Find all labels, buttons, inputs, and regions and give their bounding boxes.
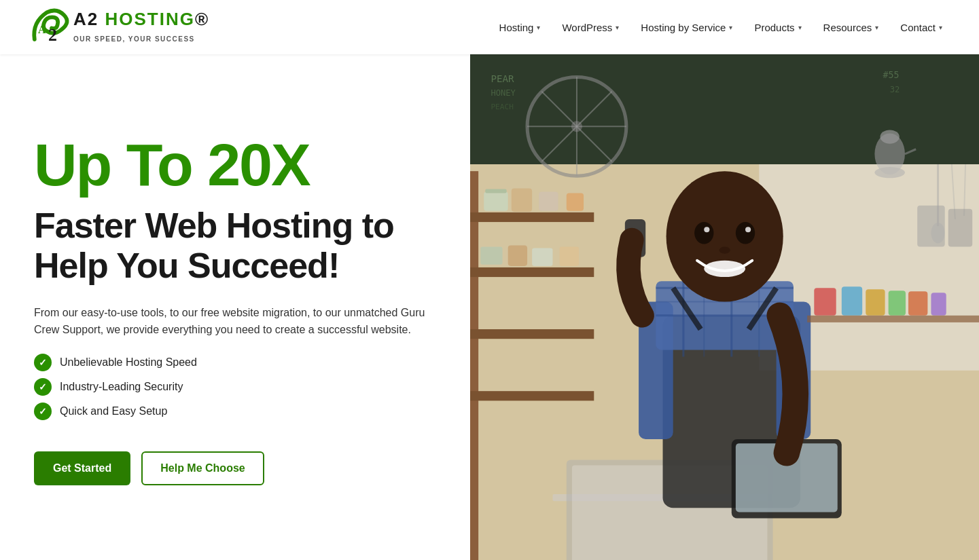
svg-rect-68 (814, 288, 836, 316)
svg-rect-74 (807, 316, 979, 322)
svg-rect-70 (866, 289, 885, 315)
svg-rect-69 (841, 286, 861, 316)
svg-rect-30 (559, 247, 578, 266)
svg-rect-19 (470, 267, 594, 277)
svg-text:PEACH: PEACH (491, 102, 514, 111)
chevron-down-icon: ▾ (939, 24, 942, 31)
hero-section: Up To 20X Faster Web Hosting to Help You… (0, 54, 979, 560)
svg-point-56 (704, 261, 745, 277)
svg-point-55 (666, 171, 783, 301)
svg-point-32 (880, 130, 899, 143)
svg-text:#55: #55 (883, 70, 899, 80)
svg-rect-76 (948, 209, 972, 247)
svg-rect-72 (908, 291, 927, 315)
svg-text:HONEY: HONEY (491, 88, 516, 98)
nav-item-hosting[interactable]: Hosting ▾ (490, 16, 550, 39)
svg-point-58 (736, 222, 755, 244)
svg-rect-71 (888, 291, 905, 315)
nav-link-contact[interactable]: Contact ▾ (891, 16, 952, 39)
get-started-button[interactable]: Get Started (34, 451, 130, 485)
svg-rect-27 (480, 247, 502, 265)
chevron-down-icon: ▾ (729, 24, 732, 31)
svg-text:A: A (38, 24, 46, 35)
feature-item-speed: Unbelievable Hosting Speed (34, 354, 436, 371)
chevron-down-icon: ▾ (798, 24, 802, 31)
svg-point-60 (745, 227, 751, 232)
svg-text:PEAR: PEAR (491, 73, 514, 84)
svg-point-57 (694, 222, 713, 244)
logo-brand: A2 HOSTING®OUR SPEED, YOUR SUCCESS (73, 10, 209, 45)
check-icon (34, 403, 52, 420)
nav-link-products[interactable]: Products ▾ (745, 16, 811, 39)
feature-item-security: Industry-Leading Security (34, 378, 436, 396)
hero-uptitle: Up To 20X (34, 135, 436, 195)
cta-buttons: Get Started Help Me Choose (34, 451, 436, 485)
nav-item-contact[interactable]: Contact ▾ (891, 16, 952, 39)
svg-rect-26 (566, 193, 583, 211)
check-icon (34, 378, 52, 396)
svg-text:32: 32 (889, 85, 900, 94)
svg-rect-23 (485, 189, 506, 193)
hero-image-panel: PEAR HONEY PEACH #55 32 (470, 54, 979, 560)
svg-rect-25 (539, 192, 558, 211)
logo-icon: 2 A (27, 3, 76, 52)
svg-text:2: 2 (48, 25, 57, 45)
check-icon (34, 354, 52, 371)
hero-illustration: PEAR HONEY PEACH #55 32 (470, 54, 979, 560)
svg-rect-21 (470, 391, 594, 400)
feature-label-security: Industry-Leading Security (60, 381, 183, 393)
nav-link-wordpress[interactable]: WordPress ▾ (552, 16, 628, 39)
svg-rect-24 (511, 188, 531, 211)
hero-description: From our easy-to-use tools, to our free … (34, 304, 436, 339)
feature-label-setup: Quick and Easy Setup (60, 405, 167, 417)
nav-link-hosting-by-service[interactable]: Hosting by Service ▾ (631, 16, 742, 39)
nav-item-wordpress[interactable]: WordPress ▾ (552, 16, 628, 39)
nav-link-resources[interactable]: Resources ▾ (814, 16, 889, 39)
svg-rect-18 (470, 212, 594, 222)
svg-point-59 (704, 227, 709, 232)
features-list: Unbelievable Hosting Speed Industry-Lead… (34, 354, 436, 427)
svg-rect-29 (532, 248, 552, 266)
svg-rect-20 (470, 329, 594, 339)
nav-item-hosting-by-service[interactable]: Hosting by Service ▾ (631, 16, 742, 39)
hero-title: Faster Web Hosting to Help You Succeed! (34, 206, 436, 284)
main-nav: 2 A A2 HOSTING®OUR SPEED, YOUR SUCCESS H… (0, 0, 979, 54)
chevron-down-icon: ▾ (616, 24, 619, 31)
svg-rect-75 (917, 206, 945, 247)
logo[interactable]: 2 A A2 HOSTING®OUR SPEED, YOUR SUCCESS (27, 3, 209, 52)
help-me-choose-button[interactable]: Help Me Choose (141, 451, 264, 485)
chevron-down-icon: ▾ (875, 24, 878, 31)
chevron-down-icon: ▾ (537, 24, 540, 31)
nav-item-products[interactable]: Products ▾ (745, 16, 811, 39)
svg-rect-73 (931, 293, 946, 315)
nav-links: Hosting ▾ WordPress ▾ Hosting by Service… (490, 16, 952, 39)
svg-rect-28 (508, 246, 527, 266)
svg-rect-22 (484, 192, 508, 211)
svg-point-61 (719, 247, 730, 254)
svg-rect-17 (470, 171, 478, 560)
feature-label-speed: Unbelievable Hosting Speed (60, 356, 197, 369)
nav-item-resources[interactable]: Resources ▾ (814, 16, 889, 39)
feature-item-setup: Quick and Easy Setup (34, 403, 436, 420)
nav-link-hosting[interactable]: Hosting ▾ (490, 16, 550, 39)
hero-left: Up To 20X Faster Web Hosting to Help You… (0, 54, 470, 560)
